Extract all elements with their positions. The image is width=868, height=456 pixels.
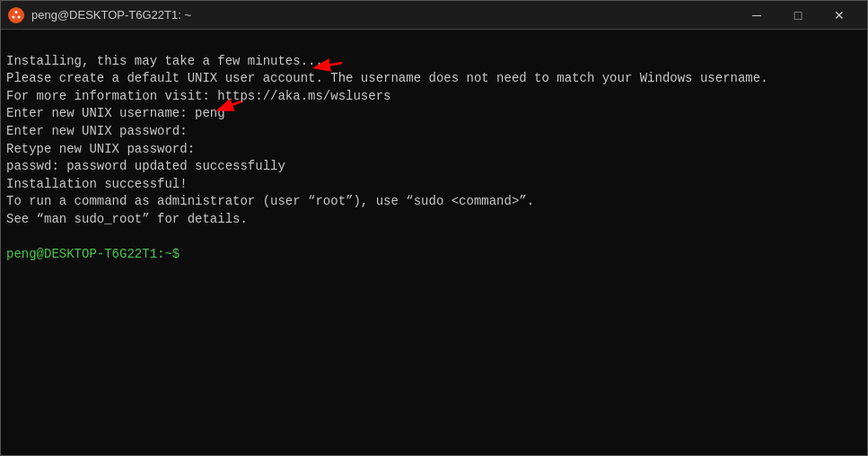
- svg-point-1: [15, 11, 18, 13]
- terminal-output: Installing, this may take a few minutes.…: [6, 35, 862, 264]
- line-passwd-updated: passwd: password updated successfully: [6, 159, 285, 173]
- svg-point-3: [18, 15, 21, 18]
- svg-point-2: [13, 15, 15, 18]
- titlebar-title: peng@DESKTOP-T6G22T1: ~: [31, 8, 191, 22]
- ubuntu-icon: [8, 7, 24, 23]
- line-installing: Installing, this may take a few minutes.…: [6, 54, 323, 68]
- terminal-window: peng@DESKTOP-T6G22T1: ~ ─ □ ✕ Installing…: [0, 0, 868, 456]
- line-sudo-info: To run a command as administrator (user …: [6, 194, 534, 208]
- terminal-prompt[interactable]: peng@DESKTOP-T6G22T1:~$: [6, 247, 180, 261]
- line-retype-password: Retype new UNIX password:: [6, 142, 195, 156]
- line-more-info: For more information visit: https://aka.…: [6, 89, 390, 103]
- line-enter-username: Enter new UNIX username: peng: [6, 106, 225, 120]
- titlebar-left: peng@DESKTOP-T6G22T1: ~: [8, 7, 191, 23]
- line-create-account: Please create a default UNIX user accoun…: [6, 71, 768, 85]
- line-enter-password: Enter new UNIX password:: [6, 124, 188, 138]
- maximize-button[interactable]: □: [777, 1, 819, 30]
- line-installation-successful: Installation successful!: [6, 177, 188, 191]
- titlebar: peng@DESKTOP-T6G22T1: ~ ─ □ ✕: [1, 1, 867, 30]
- line-man-sudo: See “man sudo_root” for details.: [6, 212, 248, 226]
- terminal-body[interactable]: Installing, this may take a few minutes.…: [1, 30, 867, 455]
- close-button[interactable]: ✕: [819, 1, 860, 30]
- titlebar-controls: ─ □ ✕: [736, 1, 860, 30]
- minimize-button[interactable]: ─: [736, 1, 777, 30]
